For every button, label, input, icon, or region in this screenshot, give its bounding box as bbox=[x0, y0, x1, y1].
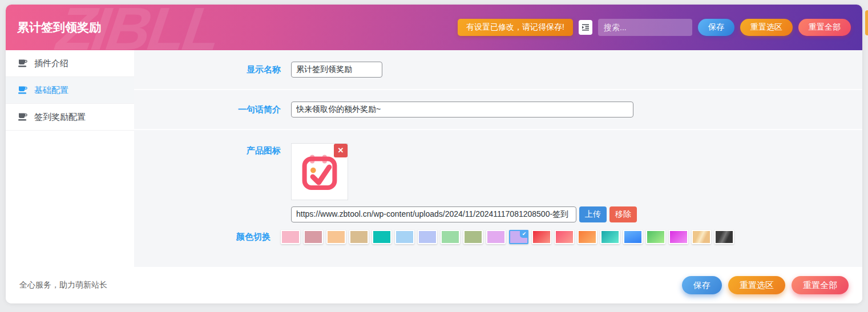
icon-url-input[interactable] bbox=[291, 206, 576, 222]
color-swatch[interactable] bbox=[395, 230, 414, 244]
intro-row: 一句话简介 bbox=[134, 90, 862, 130]
product-icon-row: 产品图标 ✕ bbox=[134, 130, 862, 244]
sidebar-item-reward-config[interactable]: 签到奖励配置 bbox=[6, 104, 134, 131]
reset-selection-button[interactable]: 重置选区 bbox=[740, 19, 793, 36]
edge-floating-button[interactable] bbox=[865, 10, 868, 35]
color-switch-label: 颜色切换 bbox=[124, 232, 281, 242]
sidebar-item-label: 签到奖励配置 bbox=[34, 112, 86, 123]
color-swatch[interactable] bbox=[463, 230, 483, 244]
reset-selection-button-footer[interactable]: 重置选区 bbox=[728, 276, 785, 294]
product-icon-controls: ✕ 上传 移除 颜色切换 bbox=[291, 143, 737, 244]
color-swatch[interactable] bbox=[532, 230, 551, 244]
color-swatches bbox=[281, 230, 737, 244]
product-icon-label: 产品图标 bbox=[134, 143, 291, 156]
footer-bar: 全心服务，助力萌新站长 保存 重置选区 重置全部 bbox=[6, 267, 862, 303]
header-bar: ZIBLL 累计签到领奖励 有设置已修改，请记得保存! 保存 重置选区 重置全部 bbox=[6, 5, 862, 50]
color-swatch[interactable] bbox=[486, 230, 506, 244]
upload-button[interactable]: 上传 bbox=[579, 206, 607, 222]
intro-input[interactable] bbox=[291, 102, 633, 117]
sidebar-item-plugin-intro[interactable]: 插件介绍 bbox=[6, 50, 134, 77]
search-input[interactable] bbox=[598, 19, 692, 36]
delete-icon-button[interactable]: ✕ bbox=[334, 144, 348, 157]
save-button[interactable]: 保存 bbox=[698, 19, 734, 36]
color-swatch[interactable] bbox=[418, 230, 437, 244]
intro-label: 一句话简介 bbox=[134, 104, 291, 115]
reset-all-button-footer[interactable]: 重置全部 bbox=[792, 276, 849, 294]
settings-form: 显示名称 一句话简介 产品图标 bbox=[134, 50, 862, 267]
display-name-input[interactable] bbox=[291, 62, 382, 78]
footer-slogan: 全心服务，助力萌新站长 bbox=[19, 280, 107, 290]
color-swatch[interactable] bbox=[623, 230, 643, 244]
sidebar: 插件介绍 基础配置 bbox=[6, 50, 134, 267]
color-swatch[interactable] bbox=[441, 230, 460, 244]
color-swatch[interactable] bbox=[349, 230, 369, 244]
main-area: 插件介绍 基础配置 bbox=[6, 50, 862, 267]
save-button-footer[interactable]: 保存 bbox=[682, 276, 722, 294]
color-swatch[interactable] bbox=[555, 230, 574, 244]
cup-icon bbox=[18, 86, 27, 94]
settings-panel: ZIBLL 累计签到领奖励 有设置已修改，请记得保存! 保存 重置选区 重置全部 bbox=[6, 5, 862, 303]
reset-all-button[interactable]: 重置全部 bbox=[798, 19, 851, 36]
color-swatch[interactable] bbox=[646, 230, 665, 244]
remove-button[interactable]: 移除 bbox=[609, 206, 637, 222]
color-swatch[interactable] bbox=[372, 230, 391, 244]
header-controls: 有设置已修改，请记得保存! 保存 重置选区 重置全部 bbox=[458, 19, 851, 36]
sidebar-item-label: 插件介绍 bbox=[34, 58, 68, 69]
color-swatch[interactable] bbox=[669, 230, 688, 244]
color-swatch[interactable] bbox=[692, 230, 711, 244]
cup-icon bbox=[18, 59, 27, 67]
footer-actions: 保存 重置选区 重置全部 bbox=[682, 276, 849, 294]
cup-icon bbox=[18, 113, 27, 121]
color-swatch[interactable] bbox=[714, 230, 734, 244]
sidebar-item-basic-config[interactable]: 基础配置 bbox=[6, 77, 134, 104]
unsaved-changes-alert[interactable]: 有设置已修改，请记得保存! bbox=[458, 19, 573, 36]
color-swatch[interactable] bbox=[600, 230, 620, 244]
sidebar-item-label: 基础配置 bbox=[34, 85, 68, 96]
menu-list-icon-button[interactable] bbox=[579, 20, 592, 35]
color-swatch[interactable] bbox=[326, 230, 346, 244]
display-name-row: 显示名称 bbox=[134, 50, 862, 90]
color-swatch[interactable] bbox=[281, 230, 300, 244]
page-title: 累计签到领奖励 bbox=[17, 19, 101, 35]
display-name-label: 显示名称 bbox=[134, 64, 291, 75]
color-switch-row: 颜色切换 bbox=[291, 230, 737, 244]
indent-list-icon bbox=[582, 24, 590, 31]
icon-url-line: 上传 移除 bbox=[291, 206, 737, 222]
color-swatch[interactable] bbox=[304, 230, 323, 244]
color-swatch[interactable] bbox=[578, 230, 597, 244]
product-icon-preview[interactable]: ✕ bbox=[291, 143, 348, 200]
color-swatch[interactable] bbox=[509, 230, 528, 244]
